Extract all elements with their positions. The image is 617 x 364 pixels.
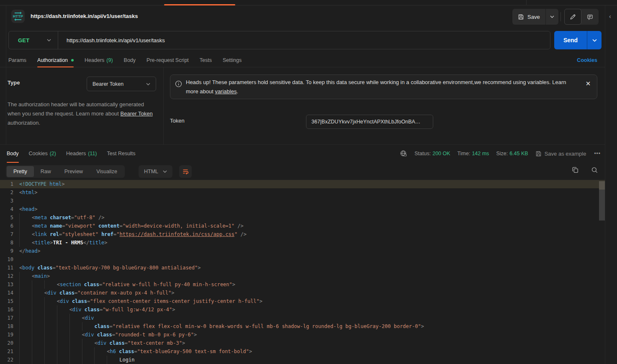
header-icon-group — [564, 9, 599, 25]
method-label: GET — [18, 37, 29, 44]
status-badge[interactable]: Status:200 OK — [414, 151, 450, 156]
line-number: 13 — [0, 280, 19, 289]
tab-params[interactable]: Params — [8, 54, 26, 67]
response-section-bar: BodyCookies(2)Headers(11)Test Results St… — [0, 144, 605, 162]
code-line-1: 1<!DOCTYPE html> — [0, 180, 605, 188]
code-line-3: 3 — [0, 197, 605, 205]
tab-count: (11) — [88, 151, 97, 156]
chevron-down-icon — [146, 83, 150, 85]
wrap-text-icon — [182, 168, 189, 175]
tab-count: (9) — [106, 57, 113, 63]
network-info-icon[interactable] — [400, 150, 407, 157]
request-title: https://dash.triinfotek.in/api/v1/user/t… — [31, 13, 138, 19]
code-line-15: 15 <div class="flex content-center items… — [0, 297, 605, 305]
arrow-left-icon — [16, 19, 21, 20]
method-selector[interactable]: GET — [9, 31, 58, 49]
chevron-down-icon — [47, 39, 51, 41]
tab-body[interactable]: Body — [7, 145, 19, 162]
mode-raw[interactable]: Raw — [34, 166, 58, 177]
line-number: 19 — [0, 331, 19, 339]
line-number: 9 — [0, 247, 19, 255]
line-number: 11 — [0, 264, 19, 272]
auth-description: The authorization header will be automat… — [8, 100, 157, 128]
code-line-13: 13 <section class="relative w-full h-ful… — [0, 280, 605, 289]
workspace-tab-strip — [0, 0, 617, 5]
line-number: 21 — [0, 347, 19, 356]
token-label: Token — [170, 118, 185, 124]
save-button-group: Save — [512, 9, 558, 25]
tab-tests[interactable]: Tests — [200, 54, 212, 67]
banner-text: Heads up! These parameters hold sensitiv… — [186, 78, 578, 96]
mode-pretty[interactable]: Pretty — [7, 166, 34, 177]
code-line-20: 20 <div class="text-center mb-3"> — [0, 339, 605, 347]
line-number: 4 — [0, 205, 19, 213]
header-divider — [560, 12, 561, 21]
line-number: 5 — [0, 213, 19, 222]
line-number: 6 — [0, 222, 19, 230]
line-number: 1 — [0, 180, 19, 188]
search-icon — [591, 167, 598, 174]
auth-type-column: Type Bearer Token The authorization head… — [0, 67, 164, 144]
line-number: 10 — [0, 255, 19, 264]
save-button[interactable]: Save — [512, 9, 545, 25]
send-button[interactable]: Send — [554, 31, 587, 49]
save-options-button[interactable] — [546, 9, 558, 25]
search-button[interactable] — [591, 167, 598, 174]
send-options-button[interactable] — [587, 31, 602, 49]
code-line-7: 7 <link rel="stylesheet" href="https://d… — [0, 230, 605, 238]
code-line-12: 12 <main> — [0, 272, 605, 280]
code-line-2: 2<html> — [0, 188, 605, 197]
language-select[interactable]: HTML — [139, 165, 172, 178]
response-meta: Status:200 OK Time:142 ms Size:6.45 KB S… — [400, 145, 605, 162]
wrap-text-button[interactable] — [179, 165, 192, 178]
url-input[interactable]: https://dash.triinfotek.in/api/v1/user/t… — [58, 31, 550, 49]
line-number: 16 — [0, 305, 19, 314]
tab-test-results[interactable]: Test Results — [107, 145, 136, 162]
edit-button[interactable] — [564, 9, 581, 25]
size-badge[interactable]: Size:6.45 KB — [496, 151, 528, 156]
line-number: 3 — [0, 197, 19, 205]
code-line-16: 16 <div class="w-full lg:w-4/12 px-4"> — [0, 305, 605, 314]
modified-dot-icon — [71, 59, 74, 62]
save-as-example-button[interactable]: Save as example — [535, 151, 586, 157]
type-label: Type — [8, 79, 20, 86]
code-line-10: 10 — [0, 255, 605, 264]
request-header: HTTP https://dash.triinfotek.in/api/v1/u… — [0, 5, 617, 31]
comments-button[interactable] — [581, 9, 599, 25]
authorization-panel: Type Bearer Token The authorization head… — [0, 67, 605, 144]
response-body-code[interactable]: 1<!DOCTYPE html>2<html>34<head>5 <meta c… — [0, 180, 605, 364]
token-input[interactable]: 367|BxZDUYkvv7jxHeYnctAPXthLbJfoOnBA… — [306, 115, 433, 129]
code-line-8: 8 <title>TRI - HRMS</title> — [0, 238, 605, 247]
right-sidebar-rail: ‹ — [605, 5, 617, 364]
comment-icon — [587, 14, 593, 20]
tab-pre-request-script[interactable]: Pre-request Script — [147, 54, 189, 67]
arrow-right-icon — [15, 13, 20, 13]
time-badge[interactable]: Time:142 ms — [458, 151, 489, 156]
tab-count: (2) — [50, 151, 56, 156]
bearer-token-link[interactable]: Bearer Token — [121, 110, 153, 117]
close-icon[interactable]: ✕ — [584, 80, 592, 87]
tab-headers[interactable]: Headers(11) — [66, 145, 97, 162]
code-line-9: 9</head> — [0, 247, 605, 255]
line-number: 8 — [0, 238, 19, 247]
mode-visualize[interactable]: Visualize — [90, 166, 124, 177]
collapse-panel-icon[interactable]: ‹ — [609, 13, 611, 20]
cookies-link[interactable]: Cookies — [577, 54, 597, 67]
line-number: 15 — [0, 297, 19, 305]
code-line-6: 6 <meta name="viewport" content="width=d… — [0, 222, 605, 230]
tab-authorization[interactable]: Authorization — [37, 54, 74, 67]
tab-headers[interactable]: Headers(9) — [85, 54, 113, 67]
variables-link[interactable]: variables — [215, 88, 237, 95]
mode-preview[interactable]: Preview — [58, 166, 90, 177]
tab-body[interactable]: Body — [124, 54, 136, 67]
tab-settings[interactable]: Settings — [223, 54, 242, 67]
line-number: 2 — [0, 188, 19, 197]
info-icon — [175, 80, 182, 87]
more-options-icon[interactable]: ••• — [594, 151, 601, 156]
auth-type-select[interactable]: Bearer Token — [87, 77, 156, 91]
request-tabs-row: ParamsAuthorizationHeaders(9)BodyPre-req… — [0, 54, 605, 67]
code-scrollbar[interactable] — [599, 181, 605, 220]
response-tabs: BodyCookies(2)Headers(11)Test Results — [7, 145, 136, 162]
copy-button[interactable] — [572, 167, 579, 174]
tab-cookies[interactable]: Cookies(2) — [29, 145, 56, 162]
